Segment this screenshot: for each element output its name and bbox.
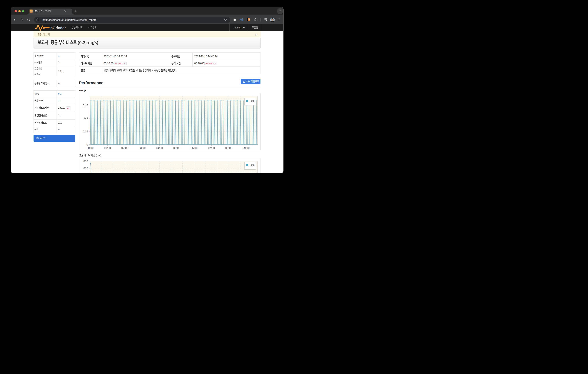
svg-text:800: 800 <box>83 160 88 163</box>
svg-text:08:00: 08:00 <box>225 147 232 150</box>
svg-text:L: L <box>247 19 248 21</box>
svg-text:09:00: 09:00 <box>243 147 250 150</box>
svg-text:00:00: 00:00 <box>87 147 94 150</box>
svg-text:H: H <box>249 19 250 21</box>
svg-text:03:00: 03:00 <box>139 147 146 150</box>
svg-text:600: 600 <box>83 167 88 170</box>
svg-text:0.3: 0.3 <box>84 117 88 120</box>
svg-text:07:00: 07:00 <box>208 147 215 150</box>
svg-text:01:00: 01:00 <box>104 147 111 150</box>
svg-text:05:00: 05:00 <box>173 147 180 150</box>
svg-text:04:00: 04:00 <box>156 147 163 150</box>
svg-text:0: 0 <box>87 143 88 146</box>
svg-text:Total: Total <box>249 163 255 166</box>
svg-text:02:00: 02:00 <box>121 147 128 150</box>
svg-text:0.15: 0.15 <box>83 130 88 133</box>
svg-text:0.45: 0.45 <box>83 104 88 107</box>
svg-text:06:00: 06:00 <box>191 147 198 150</box>
svg-text:Total: Total <box>249 99 255 102</box>
svg-text:?: ? <box>84 90 85 92</box>
